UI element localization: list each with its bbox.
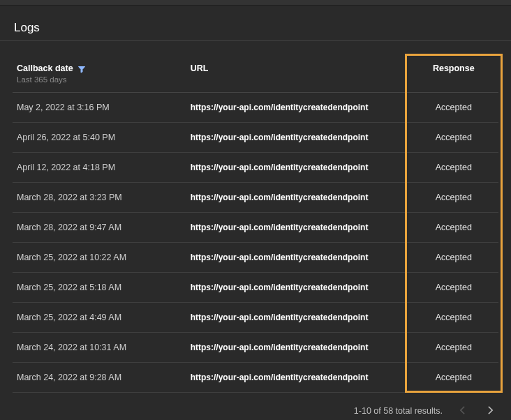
cell-url: https://your-api.com/identitycreatedendp… [186, 333, 409, 363]
pagination-summary: 1-10 of 58 total results. [354, 406, 443, 416]
col-header-callback-date-sub: Last 365 days [17, 75, 182, 84]
cell-response: Accepted [409, 153, 498, 183]
cell-url: https://your-api.com/identitycreatedendp… [186, 213, 409, 243]
table-row[interactable]: March 25, 2022 at 5:18 AMhttps://your-ap… [13, 273, 498, 303]
chevron-left-icon [459, 405, 466, 417]
cell-url: https://your-api.com/identitycreatedendp… [186, 243, 409, 273]
cell-response: Accepted [409, 333, 498, 363]
top-bar [0, 0, 511, 6]
cell-callback-date: March 25, 2022 at 5:18 AM [13, 273, 186, 303]
cell-callback-date: March 24, 2022 at 10:31 AM [13, 333, 186, 363]
col-header-callback-date[interactable]: Callback date Last 365 days [13, 54, 186, 93]
cell-callback-date: March 25, 2022 at 10:22 AM [13, 243, 186, 273]
cell-url: https://your-api.com/identitycreatedendp… [186, 273, 409, 303]
pagination: 1-10 of 58 total results. [0, 393, 511, 420]
cell-url: https://your-api.com/identitycreatedendp… [186, 363, 409, 393]
section-title: Logs [0, 6, 511, 41]
cell-callback-date: May 2, 2022 at 3:16 PM [13, 93, 186, 123]
cell-response: Accepted [409, 183, 498, 213]
cell-callback-date: April 26, 2022 at 5:40 PM [13, 123, 186, 153]
cell-callback-date: March 24, 2022 at 9:28 AM [13, 363, 186, 393]
cell-callback-date: March 25, 2022 at 4:49 AM [13, 303, 186, 333]
table-row[interactable]: March 28, 2022 at 3:23 PMhttps://your-ap… [13, 183, 498, 213]
cell-response: Accepted [409, 273, 498, 303]
cell-url: https://your-api.com/identitycreatedendp… [186, 303, 409, 333]
col-header-url[interactable]: URL [186, 54, 409, 93]
chevron-right-icon [487, 405, 494, 417]
col-header-response[interactable]: Response [409, 54, 498, 93]
col-header-callback-date-label: Callback date [17, 63, 73, 73]
pagination-next[interactable] [482, 403, 498, 419]
cell-callback-date: April 12, 2022 at 4:18 PM [13, 153, 186, 183]
cell-response: Accepted [409, 363, 498, 393]
table-row[interactable]: March 28, 2022 at 9:47 AMhttps://your-ap… [13, 213, 498, 243]
cell-url: https://your-api.com/identitycreatedendp… [186, 93, 409, 123]
filter-icon[interactable] [77, 65, 86, 73]
logs-table-wrap: Callback date Last 365 days URL Response [13, 54, 498, 393]
table-row[interactable]: April 12, 2022 at 4:18 PMhttps://your-ap… [13, 153, 498, 183]
cell-response: Accepted [409, 303, 498, 333]
cell-url: https://your-api.com/identitycreatedendp… [186, 153, 409, 183]
cell-callback-date: March 28, 2022 at 3:23 PM [13, 183, 186, 213]
logs-table: Callback date Last 365 days URL Response [13, 54, 498, 393]
table-row[interactable]: May 2, 2022 at 3:16 PMhttps://your-api.c… [13, 93, 498, 123]
table-row[interactable]: March 25, 2022 at 10:22 AMhttps://your-a… [13, 243, 498, 273]
table-row[interactable]: March 25, 2022 at 4:49 AMhttps://your-ap… [13, 303, 498, 333]
cell-callback-date: March 28, 2022 at 9:47 AM [13, 213, 186, 243]
cell-url: https://your-api.com/identitycreatedendp… [186, 183, 409, 213]
table-row[interactable]: March 24, 2022 at 9:28 AMhttps://your-ap… [13, 363, 498, 393]
table-row[interactable]: April 26, 2022 at 5:40 PMhttps://your-ap… [13, 123, 498, 153]
cell-response: Accepted [409, 213, 498, 243]
cell-url: https://your-api.com/identitycreatedendp… [186, 123, 409, 153]
cell-response: Accepted [409, 243, 498, 273]
cell-response: Accepted [409, 123, 498, 153]
cell-response: Accepted [409, 93, 498, 123]
pagination-prev[interactable] [454, 403, 471, 419]
table-row[interactable]: March 24, 2022 at 10:31 AMhttps://your-a… [13, 333, 498, 363]
